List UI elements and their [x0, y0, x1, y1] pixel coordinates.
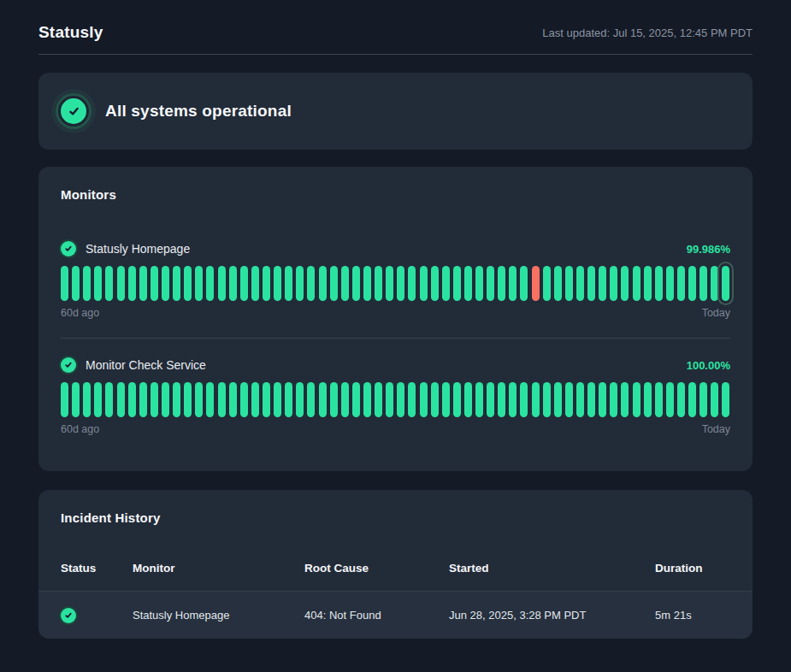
uptime-bar-up[interactable]	[386, 266, 393, 301]
uptime-bar-up[interactable]	[487, 266, 494, 301]
uptime-bar-up[interactable]	[296, 266, 304, 301]
uptime-bar-up[interactable]	[240, 266, 248, 301]
uptime-bar-up[interactable]	[420, 266, 428, 301]
uptime-bar-up[interactable]	[151, 382, 158, 417]
uptime-bar-up[interactable]	[173, 266, 180, 301]
uptime-bar-up[interactable]	[509, 382, 517, 417]
uptime-bar-up[interactable]	[229, 266, 237, 301]
uptime-bar-up[interactable]	[408, 382, 416, 417]
uptime-bar-up[interactable]	[206, 382, 214, 417]
uptime-bar-up[interactable]	[475, 266, 483, 301]
uptime-bar-up[interactable]	[610, 382, 617, 417]
uptime-bar-up[interactable]	[700, 266, 707, 301]
uptime-bar-up[interactable]	[195, 266, 203, 301]
uptime-bar-up[interactable]	[666, 266, 674, 301]
uptime-bar-up[interactable]	[330, 382, 338, 417]
uptime-bar-up[interactable]	[128, 266, 136, 301]
uptime-bar-up[interactable]	[498, 382, 505, 417]
uptime-bar-up[interactable]	[139, 266, 147, 301]
uptime-bar-up[interactable]	[543, 382, 551, 417]
uptime-bar-up[interactable]	[677, 266, 685, 301]
uptime-bar-up[interactable]	[464, 266, 472, 301]
uptime-bar-up[interactable]	[397, 382, 404, 417]
uptime-bar-up[interactable]	[722, 266, 729, 301]
uptime-bar-up[interactable]	[453, 266, 461, 301]
uptime-bar-up[interactable]	[352, 382, 360, 417]
uptime-bar-up[interactable]	[621, 266, 629, 301]
uptime-bar-up[interactable]	[464, 382, 472, 417]
uptime-bar-up[interactable]	[711, 382, 718, 417]
uptime-bar-up[interactable]	[341, 382, 349, 417]
uptime-bar-up[interactable]	[218, 382, 226, 417]
uptime-bar-up[interactable]	[285, 382, 292, 417]
uptime-bar-up[interactable]	[520, 266, 528, 301]
uptime-bar-up[interactable]	[644, 266, 652, 301]
uptime-bar-up[interactable]	[61, 266, 68, 301]
incident-table-row[interactable]: Statusly Homepage 404: Not Found Jun 28,…	[38, 592, 753, 639]
uptime-bar-up[interactable]	[666, 382, 674, 417]
uptime-bar-up[interactable]	[543, 266, 551, 301]
uptime-bar-up[interactable]	[83, 382, 91, 417]
uptime-bar-up[interactable]	[285, 266, 292, 301]
uptime-bar-up[interactable]	[711, 266, 718, 301]
uptime-bar-up[interactable]	[307, 266, 315, 301]
uptime-bar-up[interactable]	[633, 266, 640, 301]
uptime-bar-up[interactable]	[420, 382, 428, 417]
uptime-bar-up[interactable]	[263, 266, 270, 301]
uptime-bar-up[interactable]	[576, 266, 584, 301]
uptime-bar-up[interactable]	[274, 382, 281, 417]
uptime-bar-up[interactable]	[655, 266, 663, 301]
uptime-bar-up[interactable]	[307, 382, 315, 417]
uptime-bar-up[interactable]	[375, 266, 382, 301]
uptime-bar-up[interactable]	[633, 382, 640, 417]
uptime-bar-up[interactable]	[162, 382, 169, 417]
uptime-bar-up[interactable]	[341, 266, 349, 301]
uptime-bar-up[interactable]	[397, 266, 404, 301]
uptime-bar-up[interactable]	[240, 382, 248, 417]
uptime-bar-up[interactable]	[72, 266, 80, 301]
uptime-bar-up[interactable]	[688, 382, 696, 417]
uptime-bar-up[interactable]	[83, 266, 91, 301]
uptime-bar-up[interactable]	[722, 382, 729, 417]
uptime-bar-up[interactable]	[554, 266, 562, 301]
uptime-bar-up[interactable]	[610, 266, 617, 301]
uptime-bar-up[interactable]	[151, 266, 158, 301]
uptime-bar-up[interactable]	[599, 266, 606, 301]
uptime-bar-up[interactable]	[184, 382, 192, 417]
uptime-bar-up[interactable]	[532, 382, 540, 417]
uptime-bar-up[interactable]	[453, 382, 461, 417]
uptime-bar-up[interactable]	[206, 266, 214, 301]
uptime-bar-up[interactable]	[251, 382, 259, 417]
uptime-bar-up[interactable]	[61, 382, 68, 417]
uptime-bar-up[interactable]	[431, 266, 439, 301]
uptime-bar-up[interactable]	[319, 266, 327, 301]
uptime-bar-up[interactable]	[375, 382, 382, 417]
uptime-bar-up[interactable]	[475, 382, 483, 417]
uptime-bar-up[interactable]	[408, 266, 416, 301]
uptime-bar-up[interactable]	[487, 382, 494, 417]
uptime-bar-up[interactable]	[565, 382, 573, 417]
uptime-bar-up[interactable]	[139, 382, 147, 417]
uptime-bar-up[interactable]	[117, 382, 125, 417]
uptime-bar-up[interactable]	[498, 266, 505, 301]
uptime-bar-up[interactable]	[520, 382, 528, 417]
uptime-bar-up[interactable]	[162, 266, 169, 301]
uptime-bar-down[interactable]	[532, 266, 540, 301]
uptime-bar-up[interactable]	[195, 382, 203, 417]
uptime-bar-up[interactable]	[655, 382, 663, 417]
uptime-bar-up[interactable]	[94, 266, 102, 301]
uptime-bar-up[interactable]	[72, 382, 80, 417]
uptime-bar-up[interactable]	[599, 382, 606, 417]
uptime-bar-up[interactable]	[677, 382, 685, 417]
uptime-bar-up[interactable]	[587, 382, 595, 417]
uptime-bar-up[interactable]	[587, 266, 595, 301]
uptime-bar-up[interactable]	[576, 382, 584, 417]
uptime-bar-up[interactable]	[330, 266, 338, 301]
uptime-bar-up[interactable]	[644, 382, 652, 417]
uptime-bar-up[interactable]	[319, 382, 327, 417]
uptime-bar-up[interactable]	[565, 266, 573, 301]
uptime-bar-up[interactable]	[263, 382, 270, 417]
uptime-bar-up[interactable]	[386, 382, 393, 417]
uptime-bar-up[interactable]	[229, 382, 237, 417]
uptime-bar-up[interactable]	[363, 266, 371, 301]
